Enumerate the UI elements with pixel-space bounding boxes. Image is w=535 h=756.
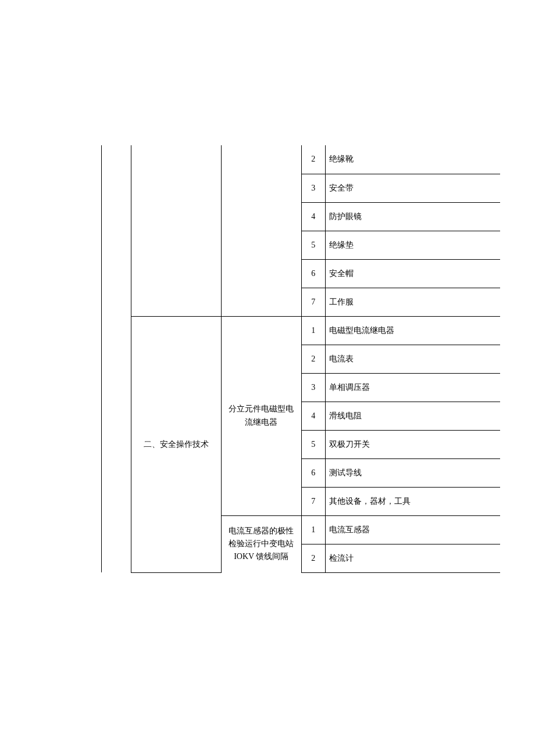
item-number: 5 — [301, 231, 325, 259]
item-number: 6 — [301, 259, 325, 288]
item-name: 防护眼镜 — [325, 202, 500, 231]
item-name: 滑线电阻 — [325, 402, 500, 430]
item-number: 7 — [301, 487, 325, 515]
col-c-empty — [221, 145, 301, 316]
item-name: 电流表 — [325, 345, 500, 373]
table-row: 二、安全操作技术 分立元件电磁型电流继电器 1 电磁型电流继电器 — [102, 316, 501, 345]
item-name: 安全帽 — [325, 259, 500, 288]
item-number: 5 — [301, 430, 325, 458]
item-number: 4 — [301, 402, 325, 430]
group-title: 电流互感器的极性检验运行中变电站 IOKV 馈线间隔 — [221, 515, 301, 572]
item-name: 安全带 — [325, 174, 500, 202]
main-table: 2 绝缘靴 3 安全带 4 防护眼镜 5 绝缘垫 6 安全帽 7 工作服 二、安… — [101, 145, 500, 573]
item-name: 测试导线 — [325, 458, 500, 487]
item-number: 6 — [301, 458, 325, 487]
item-name: 单相调压器 — [325, 373, 500, 402]
item-name: 双极刀开关 — [325, 430, 500, 458]
item-number: 7 — [301, 288, 325, 316]
item-number: 4 — [301, 202, 325, 231]
table-row: 2 绝缘靴 — [102, 145, 501, 174]
item-number: 2 — [301, 544, 325, 572]
item-name: 工作服 — [325, 288, 500, 316]
item-number: 2 — [301, 145, 325, 174]
col-b-empty — [131, 145, 221, 316]
item-name: 检流计 — [325, 544, 500, 572]
col-a-spacer — [102, 145, 131, 572]
item-number: 1 — [301, 316, 325, 345]
item-name: 绝缘靴 — [325, 145, 500, 174]
group-title: 分立元件电磁型电流继电器 — [221, 316, 301, 515]
item-number: 3 — [301, 373, 325, 402]
item-name: 电磁型电流继电器 — [325, 316, 500, 345]
section-title: 二、安全操作技术 — [131, 316, 221, 572]
item-number: 3 — [301, 174, 325, 202]
equipment-table: 2 绝缘靴 3 安全带 4 防护眼镜 5 绝缘垫 6 安全帽 7 工作服 二、安… — [101, 145, 500, 573]
item-name: 电流互感器 — [325, 515, 500, 544]
item-number: 2 — [301, 345, 325, 373]
item-name: 其他设备，器材，工具 — [325, 487, 500, 515]
item-name: 绝缘垫 — [325, 231, 500, 259]
item-number: 1 — [301, 515, 325, 544]
